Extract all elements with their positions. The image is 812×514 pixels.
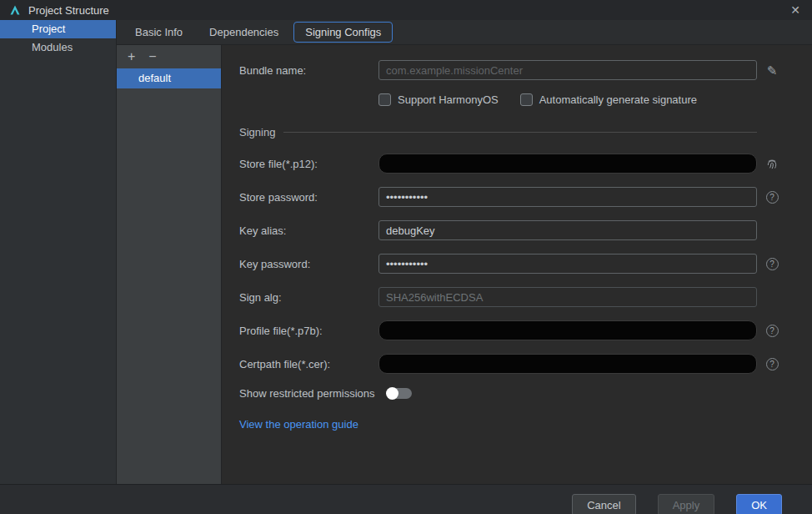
- dialog-body: Project Modules Basic Info Dependencies …: [0, 20, 812, 484]
- certpath-file-row: Certpath file(*.cer): ?: [239, 354, 787, 374]
- restricted-permissions-toggle[interactable]: [387, 388, 412, 399]
- store-file-row: Store file(*.p12):: [239, 154, 787, 174]
- key-alias-input[interactable]: [378, 220, 757, 240]
- support-harmonyos-label: Support HarmonyOS: [398, 93, 499, 106]
- cancel-button[interactable]: Cancel: [572, 494, 635, 514]
- key-alias-label: Key alias:: [239, 224, 378, 237]
- footer-bar: Cancel Apply OK: [0, 484, 812, 514]
- auto-generate-signature-label: Automatically generate signature: [539, 93, 697, 106]
- store-password-input[interactable]: [378, 187, 757, 207]
- key-password-input[interactable]: [378, 254, 757, 274]
- key-password-row: Key password: ?: [239, 254, 787, 274]
- sign-alg-input: [378, 287, 757, 307]
- signing-config-form: Bundle name: ✎ Support HarmonyOS: [222, 45, 812, 484]
- operation-guide-link[interactable]: View the operation guide: [239, 418, 358, 431]
- help-icon[interactable]: ?: [766, 258, 779, 270]
- tab-dependencies[interactable]: Dependencies: [198, 22, 290, 43]
- edit-icon[interactable]: ✎: [767, 64, 778, 77]
- certpath-file-input[interactable]: [378, 354, 757, 374]
- bundle-name-label: Bundle name:: [239, 64, 378, 77]
- list-item-default[interactable]: default: [117, 68, 221, 88]
- section-divider: [283, 132, 757, 133]
- toggle-knob-icon[interactable]: [386, 387, 398, 400]
- signing-configs-list-panel: + − default: [117, 45, 222, 484]
- content-row: + − default Bundle name: ✎: [117, 45, 812, 484]
- sidebar-item-project[interactable]: Project: [0, 20, 116, 38]
- content-area: Basic Info Dependencies Signing Configs …: [117, 20, 812, 484]
- bundle-name-row: Bundle name: ✎: [239, 60, 787, 80]
- checkbox-box-icon[interactable]: [378, 93, 391, 106]
- restricted-permissions-label: Show restricted permissions: [239, 387, 375, 400]
- sidebar: Project Modules: [0, 20, 117, 484]
- help-icon[interactable]: ?: [766, 358, 779, 370]
- profile-file-label: Profile file(*.p7b):: [239, 325, 378, 337]
- store-password-row: Store password: ?: [239, 187, 787, 207]
- tab-signing-configs[interactable]: Signing Configs: [293, 22, 393, 43]
- auto-generate-signature-checkbox[interactable]: Automatically generate signature: [520, 93, 697, 106]
- checkbox-box-icon[interactable]: [520, 93, 533, 106]
- store-file-input[interactable]: [378, 154, 757, 174]
- add-icon[interactable]: +: [128, 50, 135, 63]
- list-toolbar: + −: [117, 45, 221, 68]
- support-harmonyos-checkbox[interactable]: Support HarmonyOS: [378, 93, 499, 106]
- sign-alg-row: Sign alg:: [239, 287, 787, 307]
- key-password-label: Key password:: [239, 258, 378, 270]
- project-structure-dialog: Project Structure ✕ Project Modules Basi…: [0, 0, 812, 514]
- checkbox-row: Support HarmonyOS Automatically generate…: [378, 93, 787, 106]
- close-icon[interactable]: ✕: [787, 3, 804, 17]
- sidebar-item-modules[interactable]: Modules: [0, 38, 116, 57]
- certpath-file-label: Certpath file(*.cer):: [239, 358, 378, 370]
- apply-button[interactable]: Apply: [658, 494, 715, 514]
- tab-bar: Basic Info Dependencies Signing Configs: [117, 20, 812, 45]
- bundle-name-input[interactable]: [378, 60, 757, 80]
- tab-basic-info[interactable]: Basic Info: [123, 22, 194, 43]
- profile-file-input[interactable]: [378, 320, 757, 340]
- help-icon[interactable]: ?: [766, 191, 779, 204]
- profile-file-row: Profile file(*.p7b): ?: [239, 320, 787, 340]
- restricted-permissions-row: Show restricted permissions: [239, 387, 787, 400]
- sign-alg-label: Sign alg:: [239, 291, 378, 304]
- store-file-label: Store file(*.p12):: [239, 158, 378, 170]
- help-icon[interactable]: ?: [766, 325, 779, 337]
- ok-button[interactable]: OK: [736, 494, 782, 514]
- remove-icon[interactable]: −: [148, 50, 156, 63]
- fingerprint-icon[interactable]: [765, 157, 779, 170]
- title-bar: Project Structure ✕: [0, 0, 812, 20]
- window-title: Project Structure: [28, 4, 109, 17]
- signing-section-header: Signing: [239, 126, 787, 139]
- signing-section-title: Signing: [239, 126, 275, 139]
- key-alias-row: Key alias:: [239, 220, 787, 240]
- deveco-logo-icon: [8, 3, 22, 17]
- store-password-label: Store password:: [239, 191, 378, 204]
